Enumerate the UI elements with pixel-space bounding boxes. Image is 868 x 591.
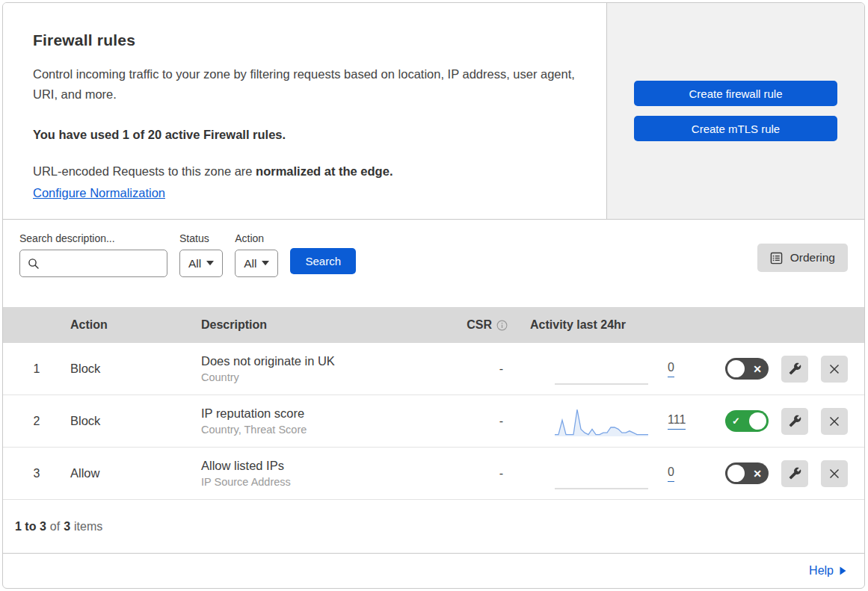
search-button[interactable]: Search: [290, 248, 356, 274]
usage-summary: You have used 1 of 20 active Firewall ru…: [33, 128, 575, 142]
firewall-rules-page: Firewall rules Control incoming traffic …: [0, 0, 868, 591]
overview-text: Firewall rules Control incoming traffic …: [3, 3, 607, 219]
action-select[interactable]: All: [235, 250, 278, 277]
rule-enabled-toggle[interactable]: ✕: [725, 462, 769, 484]
edit-rule-button[interactable]: [781, 356, 808, 383]
rule-description: IP reputation score: [201, 406, 448, 421]
delete-rule-button[interactable]: [821, 460, 848, 487]
create-mtls-rule-button[interactable]: Create mTLS rule: [634, 116, 837, 141]
info-icon[interactable]: [496, 320, 508, 331]
toggle-knob: [727, 465, 745, 482]
rule-description-cell: IP reputation score Country, Threat Scor…: [201, 406, 448, 436]
help-link-label: Help: [809, 564, 834, 578]
search-group: Search description...: [19, 232, 167, 277]
rule-controls: ✕: [695, 356, 864, 383]
close-icon: [828, 468, 840, 480]
close-icon: [828, 415, 840, 427]
rule-fields: Country: [201, 371, 448, 383]
normalization-note-bold: normalized at the edge.: [256, 164, 393, 178]
rule-enabled-toggle[interactable]: ✓: [725, 410, 769, 432]
summary-range: 1 to 3: [15, 520, 46, 533]
page-title: Firewall rules: [33, 31, 575, 49]
status-select[interactable]: All: [179, 250, 223, 277]
configure-normalization-link[interactable]: Configure Normalization: [33, 186, 165, 200]
status-filter-group: Status All: [179, 232, 223, 277]
chevron-down-icon: [262, 261, 269, 266]
rule-action: Block: [70, 414, 201, 428]
help-link[interactable]: Help: [809, 564, 846, 578]
table-header: Action Description CSR Activity last 24h…: [3, 307, 864, 343]
firewall-rules-card: Firewall rules Control incoming traffic …: [2, 2, 865, 589]
rule-enabled-toggle[interactable]: ✕: [725, 358, 769, 380]
table-row: 1 Block Does not originate in UK Country…: [3, 343, 864, 395]
table-row: 2 Block IP reputation score Country, Thr…: [3, 395, 864, 448]
rule-description-cell: Allow listed IPs IP Source Address: [201, 459, 448, 488]
page-description: Control incoming traffic to your zone by…: [33, 64, 575, 104]
rule-csr: -: [448, 467, 508, 480]
rule-action: Allow: [70, 466, 201, 480]
edit-rule-button[interactable]: [781, 460, 808, 487]
rule-action: Block: [70, 362, 201, 376]
rule-activity-cell: 0: [508, 457, 695, 490]
activity-sparkline: [555, 405, 648, 438]
status-label: Status: [179, 232, 223, 244]
pagination-summary: 1 to 3 of 3 items: [3, 500, 864, 553]
summary-items: items: [74, 520, 102, 533]
filter-bar: Search description... Status All Action: [3, 220, 864, 307]
ordering-button-label: Ordering: [790, 251, 835, 264]
csr-column-label: CSR: [467, 318, 492, 332]
search-box[interactable]: [19, 250, 167, 277]
wrench-icon: [789, 362, 801, 375]
rule-activity-cell: 111: [508, 405, 695, 438]
actions-panel: Create firewall rule Create mTLS rule: [607, 3, 864, 219]
caret-right-icon: [840, 566, 846, 575]
toggle-knob: [727, 360, 745, 377]
search-icon: [28, 258, 40, 270]
search-input[interactable]: [46, 257, 194, 270]
toggle-on-check-icon: ✓: [732, 415, 740, 427]
activity-count-link[interactable]: 0: [668, 361, 674, 377]
rule-description: Allow listed IPs: [201, 459, 448, 473]
wrench-icon: [789, 415, 801, 427]
ordering-icon: [770, 252, 783, 264]
action-select-value: All: [244, 257, 256, 270]
activity-column-header: Activity last 24hr: [508, 318, 695, 332]
rule-controls: ✕: [695, 460, 864, 487]
normalization-note-text: URL-encoded Requests to this zone are: [33, 164, 256, 178]
delete-rule-button[interactable]: [821, 408, 848, 435]
toggle-off-x-icon: ✕: [753, 362, 762, 374]
rule-controls: ✓: [695, 408, 864, 435]
rule-priority: 3: [3, 467, 70, 480]
ordering-button[interactable]: Ordering: [757, 244, 848, 272]
activity-sparkline: [555, 353, 648, 386]
action-label: Action: [235, 232, 278, 244]
rule-fields: IP Source Address: [201, 476, 448, 488]
search-label: Search description...: [19, 232, 167, 244]
description-column-header: Description: [201, 318, 448, 332]
wrench-icon: [789, 467, 801, 480]
toggle-off-x-icon: ✕: [753, 467, 762, 479]
status-select-value: All: [188, 257, 201, 270]
toggle-knob: [749, 412, 766, 430]
normalization-note: URL-encoded Requests to this zone are no…: [33, 164, 575, 179]
rule-priority: 1: [3, 362, 70, 376]
rule-fields: Country, Threat Score: [201, 424, 448, 436]
rule-priority: 2: [3, 415, 70, 428]
edit-rule-button[interactable]: [781, 408, 808, 435]
action-filter-group: Action All: [235, 232, 278, 277]
rule-csr: -: [448, 362, 508, 376]
activity-count-link[interactable]: 0: [668, 465, 674, 482]
table-row: 3 Allow Allow listed IPs IP Source Addre…: [3, 448, 864, 500]
rule-activity-cell: 0: [508, 353, 695, 386]
create-firewall-rule-button[interactable]: Create firewall rule: [634, 81, 837, 106]
delete-rule-button[interactable]: [821, 356, 848, 383]
csr-column-header: CSR: [448, 318, 508, 332]
rule-csr: -: [448, 415, 508, 428]
chevron-down-icon: [206, 261, 214, 266]
summary-total: 3: [64, 520, 70, 533]
activity-sparkline: [555, 457, 648, 490]
rule-description: Does not originate in UK: [201, 354, 448, 368]
action-column-header: Action: [70, 318, 201, 332]
summary-of: of: [50, 520, 60, 533]
activity-count-link[interactable]: 111: [668, 413, 686, 430]
